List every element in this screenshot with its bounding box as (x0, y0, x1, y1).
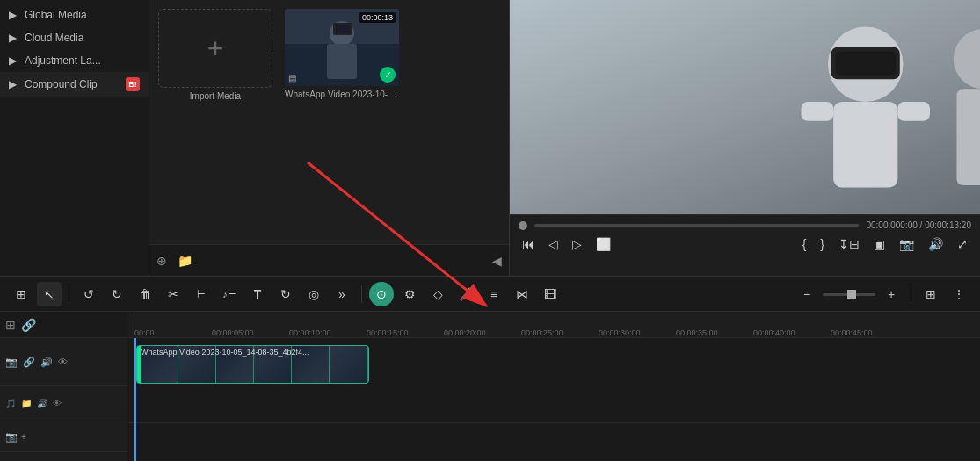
step-back-button[interactable]: ◁ (545, 235, 562, 253)
grid-view-button[interactable]: ⊞ (918, 282, 943, 306)
track-sidebar: 📷 🔗 🔊 👁 🎵 📁 🔊 👁 📷 + (0, 338, 127, 461)
sidebar-item-label: Global Media (25, 9, 87, 21)
timeline-area: ⊞ 🔗 00:00 00:00:05:00 (0, 312, 980, 461)
mark-out-button[interactable]: } (817, 235, 828, 253)
audio-trim-button[interactable]: ♪⊢ (217, 282, 242, 306)
zoom-plus-button[interactable]: + (879, 282, 904, 306)
play-button[interactable]: ▷ (569, 235, 585, 253)
svg-rect-3 (327, 44, 357, 79)
effects-button[interactable]: ◎ (301, 282, 326, 306)
audio-eye-icon[interactable]: 👁 (53, 399, 62, 408)
skip-back-button[interactable]: ⏮ (519, 235, 538, 253)
undo-button[interactable]: ↺ (76, 282, 101, 306)
sidebar-item-adjustment-la[interactable]: ▶ Adjustment La... (0, 49, 149, 72)
video-thumbnail: 00:00:13 ✓ ▤ (285, 9, 399, 86)
marker-button[interactable]: ◇ (425, 282, 450, 306)
svg-rect-10 (833, 102, 897, 188)
track-area: WhatsApp Video 2023-10-05_14-08-35_4b2f4… (127, 338, 980, 461)
mute-icon[interactable]: 🔊 (40, 357, 53, 368)
ruler-mark-3: 00:00:15:00 (367, 328, 409, 337)
stickers-button[interactable]: 🎞 (538, 282, 563, 306)
microphone-button[interactable]: 🎤 (454, 282, 478, 306)
ruler-mark-2: 00:00:10:00 (289, 328, 331, 337)
time-display: 00:00:000:00 / 00:00:13:20 (866, 220, 971, 230)
audio-track-controls: 🎵 📁 🔊 👁 (0, 386, 127, 421)
more-options-button[interactable]: ⋮ (947, 282, 971, 306)
link-icon[interactable]: 🔗 (23, 357, 35, 368)
media-panel-footer: ⊕ 📁 ◀ (149, 244, 509, 276)
audio-track-type-icon: 🎵 (5, 399, 16, 408)
zoom-minus-button[interactable]: − (795, 282, 819, 306)
collapse-icon[interactable]: ◀ (492, 254, 502, 268)
expand-arrow-icon: ▶ (9, 79, 19, 90)
expand-arrow-icon: ▶ (9, 55, 19, 66)
svg-rect-11 (802, 102, 834, 121)
sidebar-item-compound-clip[interactable]: ▶ Compound Clip B! (0, 72, 149, 97)
export-button[interactable]: ▣ (870, 235, 889, 253)
progress-track[interactable] (534, 224, 859, 227)
playhead-dot[interactable] (519, 221, 527, 230)
sidebar-item-label: Cloud Media (25, 32, 83, 44)
delete-button[interactable]: 🗑 (133, 282, 157, 306)
import-media-button[interactable]: + (158, 9, 272, 88)
cursor-tool-button[interactable]: ↖ (37, 282, 62, 306)
sidebar-item-cloud-media[interactable]: ▶ Cloud Media (0, 26, 149, 49)
compound-clip-badge: B! (126, 77, 140, 91)
add-track-icon[interactable]: ⊞ (5, 318, 16, 332)
main-toolbar: ⊞ ↖ ↺ ↻ 🗑 ✂ ⊢ ♪⊢ T ↻ ◎ » ⊙ ⚙ ◇ 🎤 ≡ ⋈ 🎞 −… (0, 277, 980, 312)
video-filename-label: WhatsApp Video 2023-10-05... (285, 90, 399, 99)
preview-panel: 00:00:000:00 / 00:00:13:20 ⏮ ◁ ▷ ⬜ { } ↧… (510, 0, 980, 276)
mark-in-button[interactable]: { (799, 235, 810, 253)
sidebar-item-global-media[interactable]: ▶ Global Media (0, 4, 149, 26)
add-track-button[interactable]: 📷 + (0, 421, 127, 452)
expand-arrow-icon: ▶ (9, 32, 19, 43)
audio-mute-icon[interactable]: 🔊 (37, 399, 47, 408)
captions-button[interactable]: ≡ (482, 282, 506, 306)
link-tracks-icon[interactable]: 🔗 (21, 318, 36, 332)
playback-controls: ⏮ ◁ ▷ ⬜ { } ↧⊟ ▣ 📷 🔊 ⤢ (519, 235, 971, 253)
fullscreen-preview-button[interactable]: ⬜ (592, 235, 614, 253)
timeline-ruler[interactable]: 00:00 00:00:05:00 00:00:10:00 00:00:15:0… (127, 312, 980, 337)
fullscreen-button[interactable]: ⤢ (954, 235, 971, 253)
more-button[interactable]: » (330, 282, 354, 306)
expand-arrow-icon: ▶ (9, 10, 19, 20)
cut-button[interactable]: ✂ (161, 282, 185, 306)
insert-button[interactable]: ↧⊟ (835, 235, 863, 253)
eye-icon[interactable]: 👁 (58, 357, 68, 367)
audio-folder-icon[interactable]: 📁 (21, 399, 32, 408)
collaboration-button[interactable]: ⋈ (510, 282, 534, 306)
video-check-icon: ✓ (380, 67, 396, 83)
layout-grid-button[interactable]: ⊞ (9, 282, 33, 306)
audio-track-area (127, 393, 980, 423)
folder-icon[interactable]: 📁 (178, 254, 192, 268)
ruler-mark-1: 00:00:05:00 (212, 328, 254, 337)
green-tool-button[interactable]: ⊙ (369, 282, 394, 306)
video-clip[interactable]: WhatsApp Video 2023-10-05_14-08-35_4b2f4… (136, 345, 369, 384)
import-media-label: Import Media (190, 91, 241, 101)
svg-rect-9 (836, 52, 896, 76)
svg-rect-12 (897, 102, 930, 121)
timeline-header: ⊞ 🔗 00:00 00:00:05:00 (0, 312, 980, 338)
snapshot-button[interactable]: 📷 (896, 235, 918, 253)
ruler-mark-5: 00:00:25:00 (521, 328, 563, 337)
toolbar-separator-1 (69, 285, 69, 303)
timeline-playhead[interactable] (134, 338, 136, 461)
add-folder-icon[interactable]: ⊕ (156, 254, 167, 268)
toolbar-separator-2 (361, 285, 362, 303)
text-tool-button[interactable]: T (245, 282, 270, 306)
rotate-button[interactable]: ↻ (273, 282, 298, 306)
video-duration: 00:00:13 (359, 12, 396, 23)
preview-controls: 00:00:000:00 / 00:00:13:20 ⏮ ◁ ▷ ⬜ { } ↧… (510, 214, 980, 276)
add-track-icon: 📷 (5, 431, 18, 443)
redo-button[interactable]: ↻ (105, 282, 129, 306)
clip-label: WhatsApp Video 2023-10-05_14-08-35_4b2f4… (141, 348, 365, 357)
progress-bar-row: 00:00:000:00 / 00:00:13:20 (519, 220, 971, 230)
add-track-label: + (21, 432, 26, 442)
sidebar-item-label: Adjustment La... (25, 54, 101, 67)
volume-button[interactable]: 🔊 (925, 235, 947, 253)
trim-button[interactable]: ⊢ (189, 282, 214, 306)
video-thumbnail-item[interactable]: 00:00:13 ✓ ▤ WhatsApp Video 2023-10-05..… (285, 9, 399, 99)
svg-rect-5 (336, 25, 350, 33)
settings-button[interactable]: ⚙ (397, 282, 422, 306)
zoom-slider[interactable] (823, 293, 875, 296)
